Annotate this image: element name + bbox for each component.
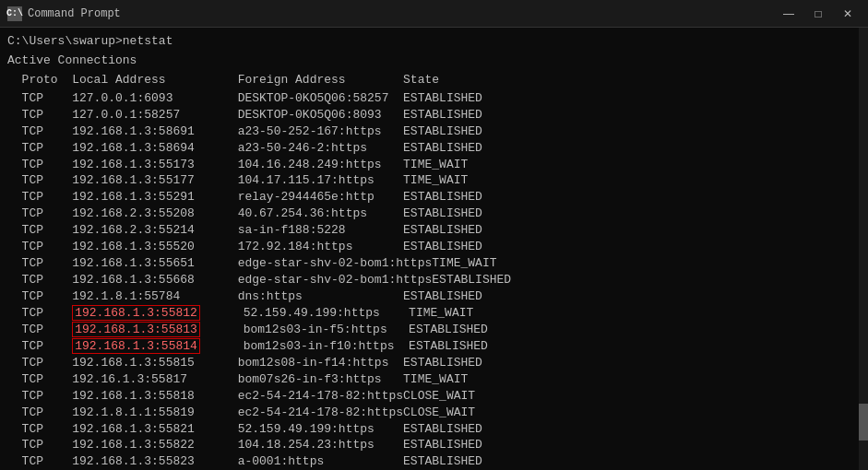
state-cell: TIME_WAIT	[409, 306, 473, 320]
titlebar-left: C:\ Command Prompt	[7, 6, 121, 21]
terminal-area[interactable]: C:\Users\swarup>netstat Active Connectio…	[0, 28, 868, 470]
scrollbar-thumb[interactable]	[859, 404, 868, 441]
local-address-cell: 192.168.1.3:55813	[72, 322, 200, 337]
table-row: TCP 192.168.1.3:55814 bom12s03-in-f10:ht…	[7, 338, 861, 355]
table-row: TCP 127.0.0.1:6093 DESKTOP-0KO5Q06:58257…	[7, 90, 861, 107]
table-row: TCP 192.168.1.3:58694 a23-50-246-2:https…	[7, 140, 861, 157]
table-row: TCP 192.16.1.3:55817 bom07s26-in-f3:http…	[7, 371, 861, 388]
window-title: Command Prompt	[28, 7, 121, 20]
protocol-cell: TCP	[22, 306, 73, 320]
close-button[interactable]: ✕	[835, 4, 861, 24]
foreign-address-cell: bom12s03-in-f5:https	[244, 323, 409, 336]
table-row: TCP 192.168.1.3:55291 relay-2944465e:htt…	[7, 189, 861, 206]
foreign-address-cell: 52.159.49.199:https	[244, 306, 409, 320]
table-row: TCP 192.168.1.3:55823 a-0001:https ESTAB…	[7, 453, 861, 470]
connections-list: TCP 127.0.0.1:6093 DESKTOP-0KO5Q06:58257…	[7, 90, 861, 470]
cmd-icon: C:\	[7, 6, 22, 21]
scrollbar[interactable]	[859, 28, 868, 470]
table-row: TCP 192.1.8.1.1:55819 ec2-54-214-178-82:…	[7, 405, 861, 421]
foreign-address-cell: bom12s03-in-f10:https	[244, 339, 409, 353]
table-row: TCP 192.168.1.3:55813 bom12s03-in-f5:htt…	[7, 322, 861, 338]
section-header: Active Connections	[7, 52, 861, 71]
cmd-icon-text: C:\	[6, 8, 23, 18]
titlebar: C:\ Command Prompt — □ ✕	[0, 0, 868, 28]
table-row: TCP 192.168.1.3:55177 104.17.115.17:http…	[7, 172, 861, 189]
window-controls: — □ ✕	[776, 4, 861, 24]
state-cell: ESTABLISHED	[409, 323, 488, 336]
minimize-button[interactable]: —	[776, 4, 802, 24]
local-address-cell: 192.168.1.3:55812	[72, 305, 200, 321]
table-row: TCP 192.168.2.3:55208 40.67.254.36:https…	[7, 206, 861, 222]
table-row: TCP 192.168.1.3:55815 bom12s08-in-f14:ht…	[7, 355, 861, 371]
table-row: TCP 192.168.1.3:55668 edge-star-shv-02-b…	[7, 272, 861, 288]
protocol-cell: TCP	[22, 323, 73, 336]
table-row: TCP 192.168.1.3:55651 edge-star-shv-02-b…	[7, 255, 861, 272]
table-row: TCP 192.168.1.3:55173 104.16.248.249:htt…	[7, 157, 861, 173]
command-prompt-line: C:\Users\swarup>netstat	[7, 33, 861, 50]
table-row: TCP 192.168.1.3:55821 52.159.49.199:http…	[7, 421, 861, 438]
table-row: TCP 192.168.1.3:55520 172.92.184:https E…	[7, 239, 861, 255]
table-row: TCP 192.168.1.3:55812 52.159.49.199:http…	[7, 305, 861, 322]
table-row: TCP 127.0.0.1:58257 DESKTOP-0KO5Q06:8093…	[7, 107, 861, 123]
table-row: TCP 192.168.1.3:55818 ec2-54-214-178-82:…	[7, 388, 861, 405]
column-headers: Proto Local Address Foreign Address Stat…	[7, 71, 861, 90]
table-row: TCP 192.168.2.3:55214 sa-in-f188:5228 ES…	[7, 222, 861, 239]
table-row: TCP 192.168.1.3:58691 a23-50-252-167:htt…	[7, 123, 861, 140]
protocol-cell: TCP	[22, 339, 73, 353]
state-cell: ESTABLISHED	[409, 339, 488, 353]
table-row: TCP 192.168.1.3:55822 104.18.254.23:http…	[7, 437, 861, 453]
maximize-button[interactable]: □	[805, 4, 831, 24]
local-address-cell: 192.168.1.3:55814	[72, 338, 200, 354]
table-row: TCP 192.1.8.1:55784 dns:https ESTABLISHE…	[7, 288, 861, 305]
